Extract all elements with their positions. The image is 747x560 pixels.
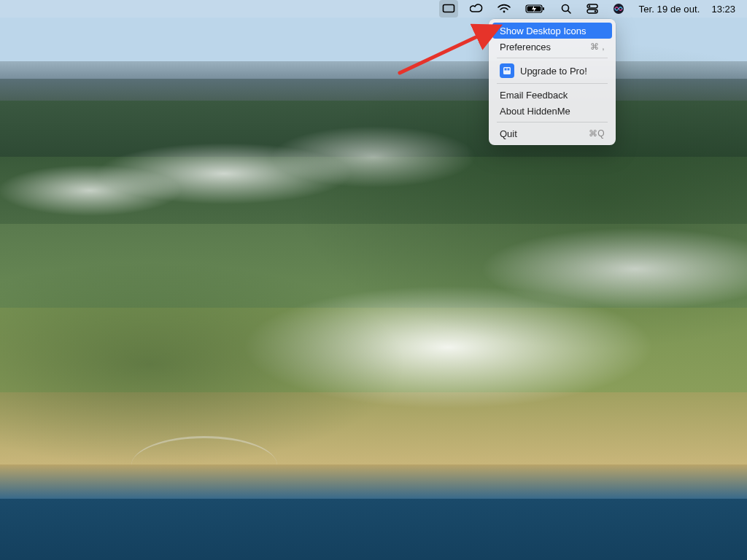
battery-charging-icon bbox=[525, 4, 546, 14]
siri-icon bbox=[613, 3, 624, 15]
menubar-battery-icon[interactable] bbox=[522, 0, 549, 18]
menu-item-upgrade-to-pro[interactable]: Upgrade to Pro! bbox=[492, 61, 612, 80]
upgrade-badge-icon bbox=[500, 63, 514, 78]
svg-rect-13 bbox=[505, 69, 507, 71]
menu-item-show-desktop-icons[interactable]: Show Desktop Icons bbox=[492, 23, 612, 39]
menu-separator bbox=[497, 122, 608, 122]
menubar-date[interactable]: Ter. 19 de out. bbox=[636, 0, 703, 18]
menu-item-label: About HiddenMe bbox=[500, 106, 570, 117]
svg-point-1 bbox=[503, 11, 505, 13]
svg-rect-3 bbox=[543, 7, 544, 10]
menubar-creative-cloud-icon[interactable] bbox=[467, 0, 486, 18]
menu-item-label: Upgrade to Pro! bbox=[520, 66, 587, 77]
menu-item-label: Preferences bbox=[500, 42, 551, 52]
desktop: Ter. 19 de out. 13:23 Show Desktop Icons… bbox=[0, 0, 747, 560]
menu-item-email-feedback[interactable]: Email Feedback bbox=[492, 87, 612, 103]
menu-item-shortcut: ⌘Q bbox=[589, 128, 605, 139]
svg-line-6 bbox=[568, 11, 570, 14]
menu-item-preferences[interactable]: Preferences ⌘ , bbox=[492, 39, 612, 55]
menu-item-about-hiddenme[interactable]: About HiddenMe bbox=[492, 103, 612, 119]
menubar-spotlight-icon[interactable] bbox=[557, 0, 575, 18]
menubar-wifi-icon[interactable] bbox=[495, 0, 514, 18]
menu-separator bbox=[497, 83, 608, 84]
menu-item-label: Show Desktop Icons bbox=[500, 26, 587, 36]
menu-item-quit[interactable]: Quit ⌘Q bbox=[492, 125, 612, 141]
svg-point-8 bbox=[588, 5, 590, 7]
svg-point-10 bbox=[594, 10, 596, 12]
magnifying-glass-icon bbox=[560, 3, 572, 15]
wallpaper-big-sur bbox=[0, 0, 747, 560]
menubar-siri-icon[interactable] bbox=[610, 0, 627, 18]
menu-item-label: Email Feedback bbox=[500, 90, 568, 101]
desktop-rectangle-icon bbox=[442, 4, 455, 14]
menu-bar: Ter. 19 de out. 13:23 bbox=[0, 0, 747, 18]
hiddenme-dropdown-menu: Show Desktop Icons Preferences ⌘ , Upgra… bbox=[489, 19, 616, 145]
control-center-icon bbox=[587, 4, 598, 14]
creative-cloud-icon bbox=[470, 4, 483, 14]
menu-item-label: Quit bbox=[500, 128, 517, 139]
svg-rect-0 bbox=[443, 5, 454, 12]
menu-item-shortcut: ⌘ , bbox=[590, 42, 605, 52]
menubar-control-center-icon[interactable] bbox=[584, 0, 601, 18]
wifi-icon bbox=[498, 4, 511, 14]
svg-rect-14 bbox=[508, 69, 510, 71]
menubar-time[interactable]: 13:23 bbox=[708, 0, 738, 18]
menubar-hiddenme-app-icon[interactable] bbox=[439, 0, 458, 18]
menu-separator bbox=[497, 58, 608, 58]
